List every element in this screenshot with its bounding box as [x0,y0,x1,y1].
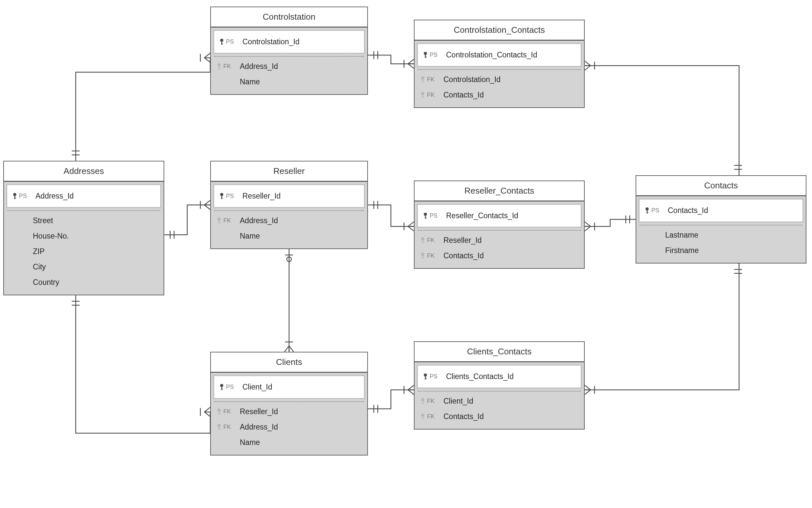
svg-line-52 [204,205,210,210]
attr-row: FK Contacts_Id [418,409,581,424]
entity-controlstation: Controlstation PS Controlstation_Id FK A… [210,7,368,95]
entity-title: Reseller_Contacts [415,181,584,202]
attr-row: FK Controlstation_Id [418,72,581,87]
key-tag: FK [427,92,434,98]
svg-line-44 [204,53,210,58]
attr-row: Name [214,74,364,90]
attr-row: FK Address_Id [214,59,364,74]
pk-name: Address_Id [36,192,74,201]
key-icon [420,252,426,260]
svg-line-38 [585,390,591,394]
attr-name: Controlstation_Id [443,75,501,84]
attr-name: ZIP [33,247,45,256]
attr-name: Contacts_Id [443,91,484,99]
attr-name: Name [240,232,260,241]
attr-name: Reseller_Id [443,236,481,245]
entity-reseller: Reseller PS Reseller_Id FK Address_Id [210,161,368,249]
key-tag: FK [427,413,434,420]
svg-line-22 [289,346,294,352]
svg-line-24 [585,61,591,66]
entity-clients: Clients PS Client_Id FK Reseller_Id [210,352,368,456]
entity-title: Reseller [211,162,367,182]
pk-row: PS Contacts_Id [640,200,803,221]
svg-line-10 [408,226,414,231]
key-tag: PS [226,384,234,390]
pk-name: Clients_Contacts_Id [446,372,514,381]
attr-name: Street [33,216,53,225]
svg-line-26 [585,66,591,70]
pk-row: PS Reseller_Contacts_Id [418,205,581,227]
svg-line-2 [408,59,414,64]
attr-row: Street [7,213,160,228]
attr-row: Name [214,435,364,450]
svg-line-56 [204,407,210,412]
attr-name: Country [33,278,60,287]
svg-line-36 [585,385,591,390]
key-icon [216,217,222,225]
attr-row: Lastname [640,227,803,243]
key-icon [420,397,426,406]
svg-line-46 [204,58,210,62]
pk-name: Contacts_Id [668,206,708,215]
entity-title: Clients [211,352,367,373]
pk-name: Reseller_Id [242,192,280,201]
key-icon [644,206,650,215]
attr-name: Name [240,78,260,86]
pk-row: PS Clients_Contacts_Id [418,366,581,388]
key-tag: PS [226,38,234,45]
pk-row: PS Reseller_Id [214,185,364,207]
attr-name: Address_Id [240,216,278,225]
entity-title: Controlstation_Contacts [415,20,584,41]
key-icon [219,383,225,391]
attr-row: Name [214,228,364,244]
attr-name: Name [240,438,260,447]
key-tag: PS [430,51,437,58]
key-tag: PS [19,193,27,200]
entity-controlstation_contacts: Controlstation_Contacts PS Controlstatio… [414,20,585,108]
attr-row: Firstname [640,243,803,258]
key-icon [420,76,426,84]
svg-point-19 [287,257,292,261]
key-icon [216,408,222,416]
key-icon [422,51,428,59]
er-diagram: Controlstation PS Controlstation_Id FK A… [0,0,812,508]
attr-row: FK Reseller_Id [214,404,364,419]
attr-row: FK Contacts_Id [418,248,581,263]
key-tag: FK [223,63,231,70]
attr-name: City [33,262,46,271]
key-tag: PS [430,373,437,380]
attr-row: Country [7,275,160,290]
svg-line-16 [408,390,414,394]
pk-name: Reseller_Contacts_Id [446,211,518,220]
svg-line-32 [585,226,591,231]
attr-row: FK Contacts_Id [418,87,581,103]
key-icon [12,192,18,201]
attr-row: FK Reseller_Id [418,233,581,248]
pk-name: Client_Id [242,383,272,391]
key-tag: PS [651,207,659,214]
attr-row: City [7,259,160,275]
key-tag: FK [223,408,231,415]
pk-row: PS Controlstation_Id [214,31,364,53]
key-icon [219,192,225,201]
svg-line-14 [408,385,414,390]
pk-row: PS Address_Id [7,185,160,207]
entity-contacts: Contacts PS Contacts_Id Lastname Firs [635,175,806,263]
entity-title: Contacts [636,176,806,196]
key-tag: FK [427,398,434,405]
attr-name: Address_Id [240,423,278,431]
attr-row: House-No. [7,228,160,244]
entity-title: Clients_Contacts [415,342,584,362]
key-tag: PS [226,193,234,200]
key-icon [219,38,225,46]
pk-row: PS Controlstation_Contacts_Id [418,44,581,66]
attr-name: Contacts_Id [443,412,484,421]
key-tag: FK [427,76,434,83]
key-tag: PS [430,212,437,219]
key-icon [420,413,426,421]
pk-row: PS Client_Id [214,376,364,398]
attr-row: FK Address_Id [214,213,364,228]
key-tag: FK [223,217,231,224]
key-tag: FK [223,424,231,430]
attr-name: Contacts_Id [443,251,484,260]
